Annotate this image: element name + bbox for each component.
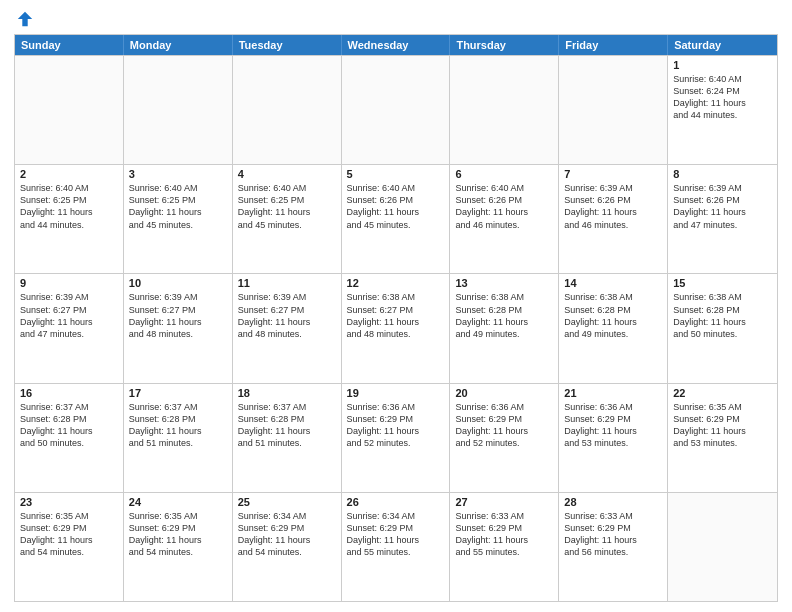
weekday-header-sunday: Sunday <box>15 35 124 55</box>
day-number: 22 <box>673 387 772 399</box>
calendar-header: SundayMondayTuesdayWednesdayThursdayFrid… <box>15 35 777 55</box>
calendar-cell: 25Sunrise: 6:34 AM Sunset: 6:29 PM Dayli… <box>233 493 342 601</box>
day-number: 25 <box>238 496 336 508</box>
weekday-header-thursday: Thursday <box>450 35 559 55</box>
svg-marker-0 <box>18 12 32 26</box>
day-info: Sunrise: 6:37 AM Sunset: 6:28 PM Dayligh… <box>20 401 118 450</box>
calendar-cell: 7Sunrise: 6:39 AM Sunset: 6:26 PM Daylig… <box>559 165 668 273</box>
calendar-cell: 13Sunrise: 6:38 AM Sunset: 6:28 PM Dayli… <box>450 274 559 382</box>
day-info: Sunrise: 6:38 AM Sunset: 6:27 PM Dayligh… <box>347 291 445 340</box>
header <box>14 10 778 28</box>
day-number: 10 <box>129 277 227 289</box>
calendar-cell <box>233 56 342 164</box>
calendar-week-4: 16Sunrise: 6:37 AM Sunset: 6:28 PM Dayli… <box>15 383 777 492</box>
calendar-cell <box>15 56 124 164</box>
day-number: 24 <box>129 496 227 508</box>
day-info: Sunrise: 6:39 AM Sunset: 6:27 PM Dayligh… <box>238 291 336 340</box>
calendar-cell: 9Sunrise: 6:39 AM Sunset: 6:27 PM Daylig… <box>15 274 124 382</box>
calendar-cell: 2Sunrise: 6:40 AM Sunset: 6:25 PM Daylig… <box>15 165 124 273</box>
day-number: 9 <box>20 277 118 289</box>
calendar-cell: 16Sunrise: 6:37 AM Sunset: 6:28 PM Dayli… <box>15 384 124 492</box>
calendar-cell: 19Sunrise: 6:36 AM Sunset: 6:29 PM Dayli… <box>342 384 451 492</box>
day-info: Sunrise: 6:39 AM Sunset: 6:26 PM Dayligh… <box>673 182 772 231</box>
day-info: Sunrise: 6:40 AM Sunset: 6:26 PM Dayligh… <box>347 182 445 231</box>
weekday-header-wednesday: Wednesday <box>342 35 451 55</box>
day-number: 21 <box>564 387 662 399</box>
weekday-header-saturday: Saturday <box>668 35 777 55</box>
day-number: 11 <box>238 277 336 289</box>
day-number: 12 <box>347 277 445 289</box>
calendar-cell <box>342 56 451 164</box>
day-number: 8 <box>673 168 772 180</box>
day-number: 6 <box>455 168 553 180</box>
day-info: Sunrise: 6:37 AM Sunset: 6:28 PM Dayligh… <box>129 401 227 450</box>
day-info: Sunrise: 6:40 AM Sunset: 6:26 PM Dayligh… <box>455 182 553 231</box>
day-info: Sunrise: 6:35 AM Sunset: 6:29 PM Dayligh… <box>129 510 227 559</box>
day-info: Sunrise: 6:39 AM Sunset: 6:27 PM Dayligh… <box>129 291 227 340</box>
calendar-cell: 22Sunrise: 6:35 AM Sunset: 6:29 PM Dayli… <box>668 384 777 492</box>
day-number: 15 <box>673 277 772 289</box>
day-number: 20 <box>455 387 553 399</box>
calendar-cell: 23Sunrise: 6:35 AM Sunset: 6:29 PM Dayli… <box>15 493 124 601</box>
calendar-cell: 4Sunrise: 6:40 AM Sunset: 6:25 PM Daylig… <box>233 165 342 273</box>
calendar-week-2: 2Sunrise: 6:40 AM Sunset: 6:25 PM Daylig… <box>15 164 777 273</box>
calendar-week-5: 23Sunrise: 6:35 AM Sunset: 6:29 PM Dayli… <box>15 492 777 601</box>
calendar-cell: 28Sunrise: 6:33 AM Sunset: 6:29 PM Dayli… <box>559 493 668 601</box>
day-info: Sunrise: 6:37 AM Sunset: 6:28 PM Dayligh… <box>238 401 336 450</box>
day-number: 26 <box>347 496 445 508</box>
page: SundayMondayTuesdayWednesdayThursdayFrid… <box>0 0 792 612</box>
day-info: Sunrise: 6:34 AM Sunset: 6:29 PM Dayligh… <box>238 510 336 559</box>
day-info: Sunrise: 6:35 AM Sunset: 6:29 PM Dayligh… <box>673 401 772 450</box>
day-info: Sunrise: 6:40 AM Sunset: 6:25 PM Dayligh… <box>129 182 227 231</box>
day-info: Sunrise: 6:33 AM Sunset: 6:29 PM Dayligh… <box>564 510 662 559</box>
day-info: Sunrise: 6:35 AM Sunset: 6:29 PM Dayligh… <box>20 510 118 559</box>
calendar-cell: 21Sunrise: 6:36 AM Sunset: 6:29 PM Dayli… <box>559 384 668 492</box>
day-info: Sunrise: 6:38 AM Sunset: 6:28 PM Dayligh… <box>564 291 662 340</box>
calendar-cell: 17Sunrise: 6:37 AM Sunset: 6:28 PM Dayli… <box>124 384 233 492</box>
calendar-cell: 26Sunrise: 6:34 AM Sunset: 6:29 PM Dayli… <box>342 493 451 601</box>
calendar-cell <box>668 493 777 601</box>
calendar-cell: 3Sunrise: 6:40 AM Sunset: 6:25 PM Daylig… <box>124 165 233 273</box>
day-number: 13 <box>455 277 553 289</box>
day-number: 14 <box>564 277 662 289</box>
calendar-cell: 5Sunrise: 6:40 AM Sunset: 6:26 PM Daylig… <box>342 165 451 273</box>
day-number: 16 <box>20 387 118 399</box>
day-number: 3 <box>129 168 227 180</box>
day-number: 28 <box>564 496 662 508</box>
day-number: 19 <box>347 387 445 399</box>
day-number: 27 <box>455 496 553 508</box>
calendar-cell: 12Sunrise: 6:38 AM Sunset: 6:27 PM Dayli… <box>342 274 451 382</box>
calendar-cell <box>124 56 233 164</box>
day-number: 5 <box>347 168 445 180</box>
calendar-cell <box>559 56 668 164</box>
day-info: Sunrise: 6:38 AM Sunset: 6:28 PM Dayligh… <box>455 291 553 340</box>
calendar-cell <box>450 56 559 164</box>
calendar-cell: 20Sunrise: 6:36 AM Sunset: 6:29 PM Dayli… <box>450 384 559 492</box>
day-info: Sunrise: 6:36 AM Sunset: 6:29 PM Dayligh… <box>347 401 445 450</box>
day-info: Sunrise: 6:36 AM Sunset: 6:29 PM Dayligh… <box>564 401 662 450</box>
calendar-cell: 24Sunrise: 6:35 AM Sunset: 6:29 PM Dayli… <box>124 493 233 601</box>
calendar-cell: 15Sunrise: 6:38 AM Sunset: 6:28 PM Dayli… <box>668 274 777 382</box>
day-info: Sunrise: 6:39 AM Sunset: 6:26 PM Dayligh… <box>564 182 662 231</box>
logo-icon <box>16 10 34 28</box>
day-info: Sunrise: 6:34 AM Sunset: 6:29 PM Dayligh… <box>347 510 445 559</box>
day-number: 1 <box>673 59 772 71</box>
day-number: 2 <box>20 168 118 180</box>
weekday-header-tuesday: Tuesday <box>233 35 342 55</box>
calendar-week-1: 1Sunrise: 6:40 AM Sunset: 6:24 PM Daylig… <box>15 55 777 164</box>
calendar-week-3: 9Sunrise: 6:39 AM Sunset: 6:27 PM Daylig… <box>15 273 777 382</box>
calendar-body: 1Sunrise: 6:40 AM Sunset: 6:24 PM Daylig… <box>15 55 777 601</box>
day-info: Sunrise: 6:38 AM Sunset: 6:28 PM Dayligh… <box>673 291 772 340</box>
day-info: Sunrise: 6:40 AM Sunset: 6:25 PM Dayligh… <box>238 182 336 231</box>
weekday-header-friday: Friday <box>559 35 668 55</box>
calendar-cell: 10Sunrise: 6:39 AM Sunset: 6:27 PM Dayli… <box>124 274 233 382</box>
day-number: 18 <box>238 387 336 399</box>
day-number: 7 <box>564 168 662 180</box>
calendar-cell: 8Sunrise: 6:39 AM Sunset: 6:26 PM Daylig… <box>668 165 777 273</box>
day-info: Sunrise: 6:40 AM Sunset: 6:25 PM Dayligh… <box>20 182 118 231</box>
calendar-cell: 11Sunrise: 6:39 AM Sunset: 6:27 PM Dayli… <box>233 274 342 382</box>
calendar-cell: 6Sunrise: 6:40 AM Sunset: 6:26 PM Daylig… <box>450 165 559 273</box>
calendar-cell: 14Sunrise: 6:38 AM Sunset: 6:28 PM Dayli… <box>559 274 668 382</box>
calendar-cell: 27Sunrise: 6:33 AM Sunset: 6:29 PM Dayli… <box>450 493 559 601</box>
day-info: Sunrise: 6:40 AM Sunset: 6:24 PM Dayligh… <box>673 73 772 122</box>
